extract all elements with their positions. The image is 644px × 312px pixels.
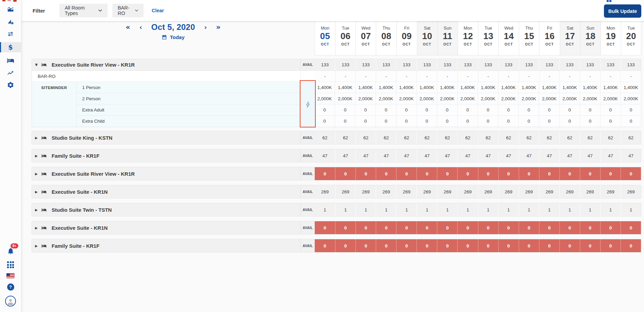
rate-cell[interactable]: 0 — [355, 116, 375, 127]
rate-cell[interactable]: - — [519, 71, 539, 82]
rate-cell[interactable]: 0 — [335, 104, 355, 115]
sidebar-item-rates[interactable]: $ — [0, 42, 21, 52]
prev-week-button[interactable]: « — [126, 24, 130, 31]
room-types-dropdown[interactable]: All Room Types — [59, 4, 108, 17]
bulk-update-button[interactable]: Bulk Update — [604, 4, 641, 18]
expand-icon[interactable]: ▶ — [34, 226, 39, 230]
rate-cell[interactable]: 1,400K — [355, 82, 375, 93]
rate-cell[interactable]: - — [559, 71, 580, 82]
rate-cell[interactable]: 0 — [580, 116, 600, 127]
day-header-wed-14[interactable]: Wed14OCT — [498, 21, 519, 55]
apps-grid-icon[interactable] — [7, 261, 14, 268]
expand-icon[interactable]: ▶ — [34, 244, 39, 248]
rate-cell[interactable]: 0 — [600, 116, 621, 127]
rate-cell[interactable]: - — [335, 71, 355, 82]
rate-cell[interactable]: 2,000K — [375, 93, 396, 104]
rate-cell[interactable]: 1,400K — [539, 82, 559, 93]
expand-icon[interactable]: ▶ — [34, 136, 39, 140]
rate-cell[interactable]: 0 — [396, 116, 417, 127]
rate-cell[interactable]: 2,000K — [621, 93, 641, 104]
day-header-sun-11[interactable]: Sun11OCT — [437, 21, 458, 55]
day-header-tue-20[interactable]: Tue20OCT — [621, 21, 641, 55]
rate-cell[interactable]: 1,400K — [478, 82, 498, 93]
expand-icon[interactable]: ▶ — [34, 190, 39, 194]
rate-cell[interactable]: 0 — [539, 104, 559, 115]
day-header-fri-09[interactable]: Fri09OCT — [397, 21, 417, 55]
rate-cell[interactable]: - — [376, 71, 396, 82]
day-header-tue-13[interactable]: Tue13OCT — [478, 21, 498, 55]
rate-cell[interactable]: 1,400K — [621, 82, 641, 93]
rate-cell[interactable]: 0 — [437, 116, 457, 127]
rate-cell[interactable]: 1,400K — [335, 82, 355, 93]
rate-cell[interactable]: 2,000K — [355, 93, 375, 104]
room-row[interactable]: ▶ Studio Suite Twin - TSTN AVAIL 1111111… — [32, 203, 641, 216]
notifications-button[interactable]: 9+ — [7, 247, 15, 256]
rate-cell[interactable]: 0 — [498, 116, 518, 127]
rate-cell[interactable]: - — [417, 71, 437, 82]
rate-cell[interactable]: 0 — [559, 104, 580, 115]
rate-cell[interactable]: 0 — [600, 104, 621, 115]
rate-cell[interactable]: 0 — [539, 116, 559, 127]
room-row[interactable]: ▶ Executive Suite River View - KR1R AVAI… — [32, 167, 641, 180]
rate-cell[interactable]: 1,400K — [600, 82, 621, 93]
rate-cell[interactable]: 1,400K — [375, 82, 396, 93]
rate-cell[interactable]: 0 — [335, 116, 355, 127]
room-row[interactable]: ▶ Executive Suite - KR1N AVAIL 269269269… — [32, 185, 641, 198]
collapse-icon[interactable]: ▼ — [34, 63, 39, 67]
day-header-fri-16[interactable]: Fri16OCT — [539, 21, 559, 55]
day-header-tue-06[interactable]: Tue06OCT — [335, 21, 355, 55]
room-row-header[interactable]: ▼ Executive Suite River View - KR1R AVAI… — [32, 59, 641, 71]
rate-cell[interactable]: 0 — [314, 104, 335, 115]
next-day-button[interactable]: › — [204, 24, 207, 31]
rate-cell[interactable]: 1,400K — [417, 82, 437, 93]
rate-cell[interactable]: - — [600, 71, 621, 82]
user-avatar-icon[interactable] — [5, 296, 16, 307]
rate-cell[interactable]: 1,400K — [518, 82, 539, 93]
day-header-mon-12[interactable]: Mon12OCT — [458, 21, 478, 55]
rate-cell[interactable]: 2,000K — [600, 93, 621, 104]
day-header-thu-15[interactable]: Thu15OCT — [519, 21, 539, 55]
day-header-sun-18[interactable]: Sun18OCT — [580, 21, 601, 55]
sidebar-item-trends[interactable] — [0, 69, 21, 77]
day-header-wed-07[interactable]: Wed07OCT — [355, 21, 376, 55]
day-header-thu-08[interactable]: Thu08OCT — [376, 21, 396, 55]
room-row[interactable]: ▶ Studio Suite King - KSTN AVAIL 6262626… — [32, 131, 641, 144]
rate-plan-dropdown[interactable]: BAR-RO — [112, 4, 144, 17]
day-header-sat-17[interactable]: Sat17OCT — [560, 21, 580, 55]
prev-day-button[interactable]: ‹ — [140, 24, 142, 31]
rate-cell[interactable]: 2,000K — [518, 93, 539, 104]
rate-cell[interactable]: - — [498, 71, 519, 82]
rate-cell[interactable]: 0 — [417, 116, 437, 127]
rate-cell[interactable]: 0 — [559, 116, 580, 127]
rate-cell[interactable]: 2,000K — [335, 93, 355, 104]
us-flag-icon[interactable] — [6, 273, 15, 278]
rate-cell[interactable]: 0 — [580, 104, 600, 115]
rate-cell[interactable]: 2,000K — [559, 93, 580, 104]
rate-cell[interactable]: 0 — [396, 104, 417, 115]
room-row[interactable]: ▶ Family Suite - KR1F AVAIL 000000000000… — [32, 239, 641, 253]
rate-cell[interactable]: 1,400K — [314, 82, 335, 93]
rate-cell[interactable]: 1,400K — [498, 82, 518, 93]
rate-cell[interactable]: 2,000K — [314, 93, 335, 104]
rate-cell[interactable]: - — [355, 71, 376, 82]
clear-filters-link[interactable]: Clear — [152, 8, 164, 13]
rate-cell[interactable]: 0 — [478, 116, 498, 127]
rate-cell[interactable]: 0 — [498, 104, 518, 115]
rate-cell[interactable]: - — [621, 71, 641, 82]
rate-cell[interactable]: 0 — [457, 116, 478, 127]
today-button[interactable]: Today — [112, 34, 234, 40]
rate-cell[interactable]: - — [315, 71, 335, 82]
rate-cell[interactable]: 1,400K — [580, 82, 600, 93]
expand-icon[interactable]: ▶ — [34, 154, 39, 158]
sidebar-item-inventory[interactable] — [0, 56, 21, 65]
next-week-button[interactable]: » — [216, 24, 221, 31]
rate-cell[interactable]: 0 — [437, 104, 457, 115]
sidebar-item-settings[interactable] — [0, 81, 21, 89]
room-row[interactable]: ▶ Executive Suite - KR1N AVAIL 000000000… — [32, 221, 641, 235]
rate-cell[interactable]: 2,000K — [457, 93, 478, 104]
rate-cell[interactable]: 1,400K — [396, 82, 417, 93]
rate-cell[interactable]: 2,000K — [539, 93, 559, 104]
expand-icon[interactable]: ▶ — [34, 172, 39, 176]
rate-cell[interactable]: - — [478, 71, 498, 82]
rate-cell[interactable]: 0 — [375, 104, 396, 115]
